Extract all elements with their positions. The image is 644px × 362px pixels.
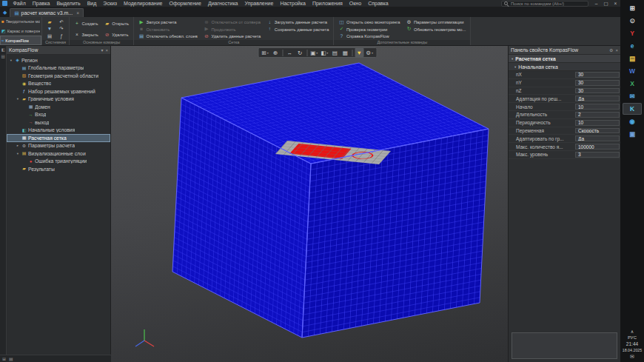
- property-value[interactable]: 30: [575, 88, 620, 94]
- variables-button[interactable]: ƒ: [57, 33, 66, 40]
- bottom-panel-icon-2[interactable]: ▤: [9, 357, 13, 361]
- menu-modeling[interactable]: Моделирование: [121, 0, 166, 7]
- display-mode-button[interactable]: ◧▾: [320, 48, 329, 57]
- pan-button[interactable]: ↔: [285, 48, 294, 57]
- taskbar-excel[interactable]: X: [623, 78, 642, 90]
- menu-file[interactable]: Файл: [10, 0, 29, 7]
- property-value[interactable]: 30: [575, 80, 620, 86]
- tree-item-equation-set[interactable]: ƒНабор решаемых уравнений: [7, 87, 110, 95]
- command-search-input[interactable]: Поиск по командам (Alt+/): [501, 1, 588, 7]
- menu-select[interactable]: Выделить: [53, 0, 84, 7]
- delete-calculation-data-button[interactable]: ⊘Удалить данные расчета: [202, 33, 262, 40]
- redo-button[interactable]: ↷: [57, 26, 66, 33]
- viewport-canvas[interactable]: ⊞▾⊕↔↻▣▾◧▾▤▦▼⚙▾: [111, 46, 508, 362]
- tree-item-bc-domain[interactable]: ▦Домен: [7, 103, 110, 111]
- tree-item-bc-inlet[interactable]: →Вход: [7, 111, 110, 119]
- taskbar-yandex-browser[interactable]: Y: [623, 27, 642, 39]
- taskbar-mail[interactable]: ✉: [623, 90, 642, 102]
- clock-date[interactable]: 18.04.2025: [623, 348, 643, 352]
- tree-item-domain-geometry[interactable]: ▧Геометрия расчетной области: [7, 72, 110, 80]
- document-tab[interactable]: ▤ расчет компас v3.m... ×: [10, 8, 84, 17]
- taskbar-edge[interactable]: e: [623, 40, 642, 52]
- menu-window[interactable]: Окно: [346, 0, 364, 7]
- properties-close-icon[interactable]: ×: [615, 48, 618, 53]
- property-value[interactable]: 2: [575, 112, 620, 118]
- menu-management[interactable]: Управление: [241, 0, 277, 7]
- mode-solid-modeling[interactable]: ■Твердотельное моделирование: [0, 17, 41, 27]
- save-document-button[interactable]: ▼: [45, 26, 54, 33]
- side-panel-icon-2[interactable]: ▤: [1, 55, 4, 59]
- continue-calculation-button[interactable]: ▶Продолжить: [202, 26, 262, 33]
- print-button[interactable]: ▤: [45, 33, 54, 40]
- load-calculation-data-button[interactable]: ↓Загрузить данные расчета: [265, 19, 330, 26]
- clock-time[interactable]: 21:44: [626, 341, 638, 346]
- rotate-orbit-button[interactable]: ↻: [295, 48, 304, 57]
- minimize-button[interactable]: –: [591, 0, 601, 7]
- taskbar-search[interactable]: ⊙: [623, 15, 642, 27]
- taskbar-word[interactable]: W: [623, 65, 642, 77]
- check-geometry-button[interactable]: ✓Проверка геометрии: [337, 26, 401, 33]
- disable-layer-updates-button[interactable]: ▤Отключить обновл. слоев: [137, 33, 199, 40]
- tree-item-computational-mesh[interactable]: ▦Расчетная сетка: [7, 134, 110, 142]
- orientation-cube-button[interactable]: ▣▾: [309, 48, 318, 57]
- maximize-button[interactable]: ▢: [601, 0, 611, 7]
- stop-calculation-button[interactable]: ■Остановить: [137, 26, 199, 33]
- main-menu-icon[interactable]: ◆: [0, 7, 10, 17]
- undo-button[interactable]: ↶: [57, 19, 66, 26]
- tree-item-initial-conditions[interactable]: ◧Начальные условия: [7, 127, 110, 135]
- layers-visibility-button[interactable]: ▤: [330, 48, 339, 57]
- tree-panel-menu-icon[interactable]: ▾: [101, 47, 103, 53]
- tree-item-results[interactable]: ▰Результаты: [7, 165, 110, 173]
- taskbar-kompas-3d[interactable]: K: [623, 103, 642, 115]
- menu-settings[interactable]: Настройка: [277, 0, 309, 7]
- mode-kompasflow[interactable]: ≈KompasFlow: [0, 36, 41, 45]
- tree-item-substance[interactable]: ◉Вещество: [7, 80, 110, 88]
- expander-icon[interactable]: ▾: [16, 152, 20, 155]
- property-value[interactable]: Скорость: [575, 128, 620, 134]
- expander-icon[interactable]: ▾: [16, 97, 20, 101]
- property-value[interactable]: 10: [575, 104, 620, 110]
- properties-subsection-header[interactable]: ▾ Начальная сетка: [509, 63, 620, 71]
- frame-select-button[interactable]: ⊞▾: [261, 48, 269, 57]
- taskbar-explorer[interactable]: ▤: [623, 53, 642, 64]
- property-value[interactable]: 3: [575, 152, 620, 158]
- menu-help[interactable]: Справка: [365, 0, 392, 7]
- close-button[interactable]: ×: [611, 0, 620, 7]
- open-project-button[interactable]: ▰Открыть: [103, 19, 130, 30]
- tab-close-icon[interactable]: ×: [75, 10, 79, 16]
- side-panel-icon-1[interactable]: ◧: [1, 48, 4, 53]
- property-value[interactable]: Да: [575, 135, 620, 141]
- mode-wireframe-surfaces[interactable]: ◩Каркас и поверхности: [0, 27, 41, 36]
- tree-item-visualization-layers[interactable]: ▾▤Визуализационные слои: [7, 150, 110, 158]
- property-value[interactable]: 30: [575, 72, 620, 78]
- open-document-button[interactable]: ▰: [45, 19, 54, 26]
- run-calculation-button[interactable]: ▶Запуск расчета: [137, 19, 199, 26]
- property-value[interactable]: 100000: [575, 144, 620, 150]
- bottom-panel-icon-1[interactable]: ⊞: [2, 357, 6, 361]
- tree-item-calculation-parameters[interactable]: ▸⚙Параметры расчета: [7, 142, 110, 150]
- tray-chevron-icon[interactable]: ∧: [631, 329, 634, 334]
- open-monitoring-window-button[interactable]: ◫Открыть окно мониторинга: [337, 19, 401, 26]
- tree-item-triangulation-error[interactable]: ●Ошибка триангуляции: [7, 158, 110, 166]
- tree-item-boundary-conditions[interactable]: ▾▰Граничные условия: [7, 95, 110, 104]
- menu-view[interactable]: Вид: [84, 0, 100, 7]
- filter-button[interactable]: ▼: [355, 48, 363, 57]
- taskbar-telegram[interactable]: ◉: [623, 115, 642, 127]
- zoom-button[interactable]: ⊕: [271, 48, 280, 57]
- settings-button[interactable]: ⚙▾: [365, 48, 374, 57]
- menu-drawing[interactable]: Оформление: [166, 0, 204, 7]
- tree-item-bc-outlet[interactable]: →выход: [7, 118, 110, 127]
- close-project-button[interactable]: ×Закрыть: [73, 30, 100, 41]
- properties-section-header[interactable]: ▾ Расчетная сетка: [509, 55, 620, 63]
- notifications-icon[interactable]: ✉: [630, 354, 634, 360]
- taskbar-start[interactable]: ⊞: [623, 2, 642, 14]
- expander-icon[interactable]: ▸: [16, 144, 20, 147]
- menu-diagnostics[interactable]: Диагностика: [204, 0, 241, 7]
- disconnect-solver-button[interactable]: ⊗Отключиться от солвера: [202, 19, 262, 26]
- update-model-geometry-button[interactable]: ↻Обновить геометрию мо...: [404, 26, 467, 33]
- optimization-parameters-button[interactable]: ⚙Параметры оптимизации: [404, 19, 467, 26]
- tree-item-region[interactable]: ▾◈Регион: [7, 56, 110, 64]
- create-project-button[interactable]: +Создать: [73, 19, 100, 30]
- menu-applications[interactable]: Приложения: [309, 0, 346, 7]
- expander-icon[interactable]: ▾: [9, 58, 13, 62]
